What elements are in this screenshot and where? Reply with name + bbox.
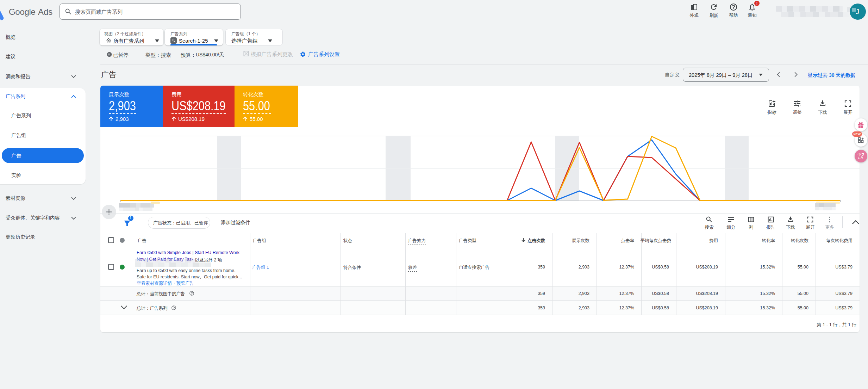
svg-text:A: A bbox=[861, 155, 863, 160]
